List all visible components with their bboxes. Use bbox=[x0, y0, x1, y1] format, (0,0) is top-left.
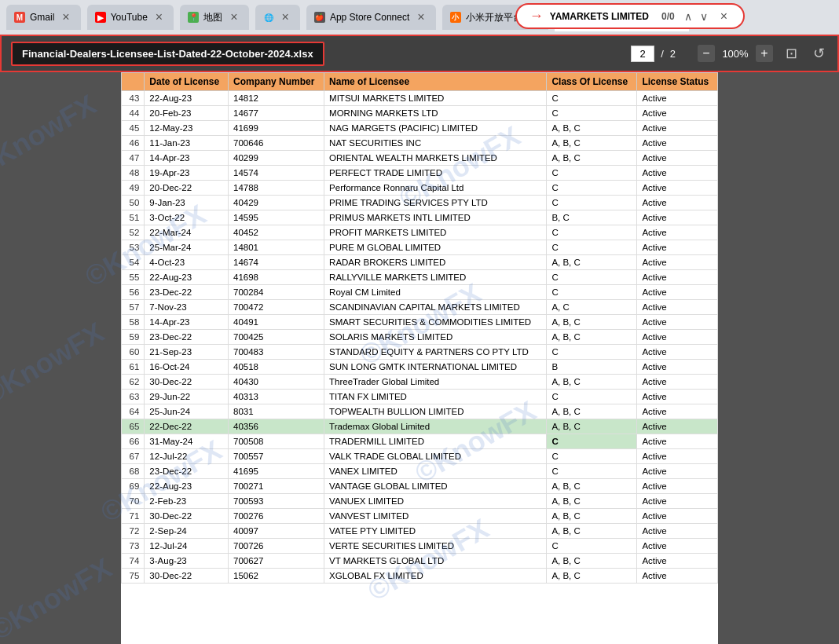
close-gmail-tab[interactable]: × bbox=[59, 10, 72, 24]
table-row: 6522-Dec-2240356Trademax Global LimitedA… bbox=[122, 419, 718, 434]
table-row: 6021-Sep-23700483STANDARD EQUITY & PARTN… bbox=[122, 345, 718, 360]
table-row: 6230-Dec-2240430ThreeTrader Global Limit… bbox=[122, 375, 718, 390]
table-row: 6116-Oct-2440518SUN LONG GMTK INTERNATIO… bbox=[122, 360, 718, 375]
search-close-btn[interactable]: × bbox=[717, 9, 731, 24]
table-row: 5522-Aug-2341698RALLYVILLE MARKETS LIMIT… bbox=[122, 270, 718, 285]
browser-search-bar[interactable]: → YAMARKETS LIMITED 0/0 ∧ ∨ × bbox=[515, 3, 745, 29]
tab-globe[interactable]: 🌐 × bbox=[255, 5, 300, 30]
table-row: 7130-Dec-22700276VANVEST LIMITEDA, B, CA… bbox=[122, 509, 718, 524]
tab-youtube-label: YouTube bbox=[111, 12, 148, 23]
table-row: 509-Jan-2340429PRIME TRADING SERVICES PT… bbox=[122, 196, 718, 210]
tab-youtube[interactable]: ▶ YouTube × bbox=[87, 5, 174, 30]
table-row: 6631-May-24700508TRADERMILL LIMITEDCActi… bbox=[122, 434, 718, 449]
table-row: 5814-Apr-2340491SMART SECURITIES & COMMO… bbox=[122, 315, 718, 330]
search-nav-arrows: ∧ ∨ bbox=[681, 9, 711, 24]
table-row: 544-Oct-2314674RADAR BROKERS LIMITEDA, B… bbox=[122, 255, 718, 270]
gmail-favicon: M bbox=[14, 12, 25, 23]
table-row: 577-Nov-23700472SCANDINAVIAN CAPITAL MAR… bbox=[122, 300, 718, 315]
table-row: 6712-Jul-22700557VALK TRADE GLOBAL LIMIT… bbox=[122, 449, 718, 464]
fit-page-btn[interactable]: ⊡ bbox=[782, 43, 801, 64]
table-row: 722-Sep-2440097VATEE PTY LIMITEDA, B, CA… bbox=[122, 524, 718, 539]
licensee-table-container: Date of License Company Number Name of L… bbox=[121, 72, 718, 644]
maps-favicon: 📍 bbox=[188, 12, 199, 23]
page-separator: / bbox=[661, 48, 664, 60]
search-next-btn[interactable]: ∨ bbox=[697, 9, 711, 24]
zoom-out-btn[interactable]: − bbox=[698, 45, 715, 62]
col-header-num bbox=[122, 73, 145, 91]
close-globe-tab[interactable]: × bbox=[279, 10, 292, 24]
tab-appstore-label: App Store Connect bbox=[330, 12, 409, 23]
page-total: 2 bbox=[670, 48, 676, 60]
table-row: 7530-Dec-2215062XGLOBAL FX LIMITEDA, B, … bbox=[122, 569, 718, 584]
table-row: 4512-May-2341699NAG MARGETS (PACIFIC) LI… bbox=[122, 121, 718, 136]
table-row: 702-Feb-23700593VANUEX LIMITEDA, B, CAct… bbox=[122, 494, 718, 509]
table-header-row: Date of License Company Number Name of L… bbox=[122, 73, 718, 91]
zoom-in-btn[interactable]: + bbox=[756, 45, 773, 62]
tab-gmail[interactable]: M Gmail × bbox=[6, 5, 81, 30]
col-header-status: License Status bbox=[637, 73, 718, 91]
col-header-class: Class Of License bbox=[547, 73, 637, 91]
licensee-table: Date of License Company Number Name of L… bbox=[121, 72, 718, 584]
tab-appstore[interactable]: 🍎 App Store Connect × bbox=[306, 5, 436, 30]
table-row: 4819-Apr-2314574PERFECT TRADE LIMITEDCAc… bbox=[122, 166, 718, 181]
table-row: 6425-Jun-248031TOPWEALTH BULLION LIMITED… bbox=[122, 404, 718, 419]
tab-gmail-label: Gmail bbox=[30, 12, 54, 23]
pdf-content-area: ©KnowFX ©KnowFX ©KnowFX ©KnowFX ©KnowFX … bbox=[0, 72, 839, 644]
zoom-controls: − 100% + bbox=[698, 45, 773, 62]
col-header-date: Date of License bbox=[145, 73, 229, 91]
close-appstore-tab[interactable]: × bbox=[414, 10, 427, 24]
table-row: 6329-Jun-2240313TITAN FX LIMITEDCActive bbox=[122, 390, 718, 404]
table-row: 4420-Feb-2314677MORNING MARKETS LTDCActi… bbox=[122, 106, 718, 121]
browser-tab-bar: M Gmail × ▶ YouTube × 📍 地图 × 🌐 × 🍎 App S… bbox=[0, 0, 839, 35]
tab-maps[interactable]: 📍 地图 × bbox=[180, 5, 248, 30]
table-row: 7312-Jul-24700726VERTE SECURITIES LIMITE… bbox=[122, 539, 718, 554]
search-arrow-icon: → bbox=[529, 8, 544, 24]
table-row: 513-Oct-2214595PRIMUS MARKETS INTL LIMIT… bbox=[122, 210, 718, 225]
tab-maps-label: 地图 bbox=[203, 11, 222, 24]
table-row: 6922-Aug-23700271VANTAGE GLOBAL LIMITEDA… bbox=[122, 479, 718, 494]
table-row: 743-Aug-23700627VT MARKETS GLOBAL LTDA, … bbox=[122, 554, 718, 569]
search-term: YAMARKETS LIMITED bbox=[550, 11, 649, 22]
col-header-company: Company Number bbox=[229, 73, 324, 91]
table-row: 5222-Mar-2440452PROFIT MARKETS LIMITEDCA… bbox=[122, 225, 718, 240]
table-row: 5325-Mar-2414801PURE M GLOBAL LIMITEDCAc… bbox=[122, 240, 718, 255]
pdf-toolbar: Financial-Dealers-Licensee-List-Dated-22… bbox=[0, 35, 839, 72]
file-title: Financial-Dealers-Licensee-List-Dated-22… bbox=[11, 42, 324, 66]
table-row: 4611-Jan-23700646NAT SECURITIES INCA, B,… bbox=[122, 136, 718, 151]
rotate-btn[interactable]: ↺ bbox=[810, 43, 828, 64]
zoom-level-display: 100% bbox=[720, 48, 751, 60]
table-row: 4920-Dec-2214788Performance Ronnaru Capi… bbox=[122, 181, 718, 196]
close-maps-tab[interactable]: × bbox=[227, 10, 240, 24]
col-header-name: Name of Licensee bbox=[324, 73, 547, 91]
table-row: 5923-Dec-22700425SOLARIS MARKETS LIMITED… bbox=[122, 330, 718, 345]
close-youtube-tab[interactable]: × bbox=[152, 10, 166, 24]
table-row: 4714-Apr-2340299ORIENTAL WEALTH MARKETS … bbox=[122, 151, 718, 166]
search-match-count: 0/0 bbox=[661, 11, 675, 22]
table-row: 6823-Dec-2241695VANEX LIMITEDCActive bbox=[122, 464, 718, 479]
table-row: 4322-Aug-2314812MITSUI MARKETS LIMITEDCA… bbox=[122, 91, 718, 106]
xiaomi-favicon: 小 bbox=[450, 12, 461, 23]
appstore-favicon: 🍎 bbox=[314, 12, 325, 23]
youtube-favicon: ▶ bbox=[95, 12, 106, 23]
page-current-input[interactable] bbox=[631, 46, 654, 62]
page-navigation: / 2 bbox=[631, 46, 676, 62]
search-prev-btn[interactable]: ∧ bbox=[681, 9, 695, 24]
tab-xiaomi-label: 小米开放平台 bbox=[466, 11, 522, 24]
globe-favicon: 🌐 bbox=[263, 12, 274, 23]
table-row: 5623-Dec-22700284Royal CM LimitedCActive bbox=[122, 285, 718, 300]
